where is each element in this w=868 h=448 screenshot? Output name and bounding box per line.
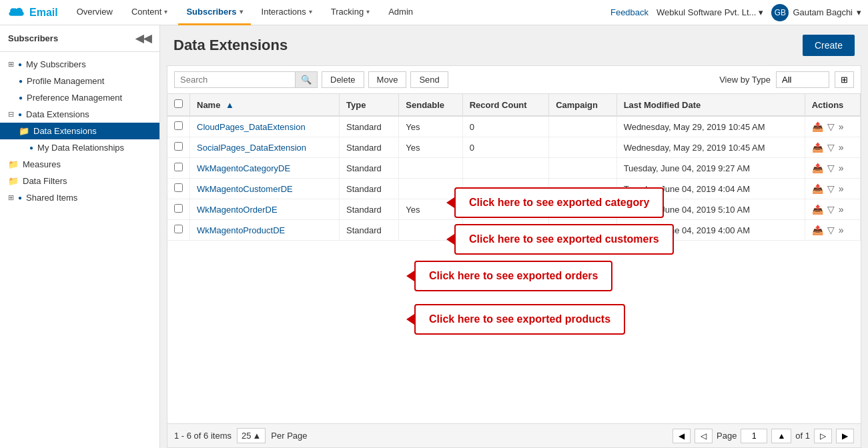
action-more-icon[interactable]: » [839, 204, 844, 215]
row-type: Standard [340, 116, 399, 137]
sidebar-item-preference-management[interactable]: ● Preference Management [0, 89, 159, 106]
app-name: Email [29, 7, 58, 19]
per-page-label: Per Page [271, 431, 307, 441]
sidebar-item-my-subscribers[interactable]: ⊞ ● My Subscribers [0, 56, 159, 73]
user-name: Gautam Bagchi [793, 7, 853, 17]
per-page-chevron-icon: ▲ [252, 431, 261, 441]
sidebar-item-data-filters[interactable]: 📁 Data Filters [0, 173, 159, 189]
action-filter-icon[interactable]: ▽ [827, 121, 835, 132]
tooltip-products: Click here to see exported products [414, 304, 625, 335]
sidebar-item-shared-items[interactable]: ⊞ ● Shared Items [0, 189, 159, 206]
search-wrap: 🔍 [174, 71, 318, 88]
page-number-input[interactable] [741, 429, 767, 443]
tooltip-category: Click here to see exported category [454, 187, 664, 218]
page-up-button[interactable]: ▲ [771, 429, 791, 443]
avatar-initials: GB [775, 8, 786, 17]
page-title: Data Extensions [173, 37, 288, 54]
tooltip-orders: Click here to see exported orders [414, 261, 612, 291]
row-campaign [549, 116, 616, 137]
action-export-icon[interactable]: 📤 [812, 225, 823, 235]
sidebar-item-profile-management[interactable]: ● Profile Management [0, 73, 159, 89]
row-checkbox[interactable] [174, 121, 183, 130]
table-row: CloudPages_DataExtension Standard Yes 0 … [167, 116, 861, 137]
bullet-icon: ● [18, 61, 22, 68]
row-name-link[interactable]: WkMagentoCategoryDE [197, 163, 290, 173]
send-button[interactable]: Send [410, 71, 448, 88]
action-export-icon[interactable]: 📤 [812, 204, 823, 215]
table-row: WkMagentoCategoryDE Standard Tuesday, Ju… [167, 158, 861, 179]
org-selector[interactable]: Webkul Software Pvt. Lt... ▾ [657, 7, 763, 17]
prev-page-button[interactable]: ◀ [673, 429, 691, 443]
sidebar-collapse-button[interactable]: ◀◀ [135, 32, 151, 45]
action-more-icon[interactable]: » [839, 163, 844, 173]
action-filter-icon[interactable]: ▽ [827, 142, 835, 153]
row-checkbox[interactable] [174, 204, 183, 213]
nav-tracking[interactable]: Tracking ▾ [323, 0, 378, 25]
nav-overview[interactable]: Overview [69, 0, 121, 25]
data-table: Name ▲ Type Sendable Record Count Campai… [167, 94, 861, 241]
row-checkbox[interactable] [174, 142, 183, 151]
action-more-icon[interactable]: » [839, 183, 844, 194]
create-button[interactable]: Create [803, 35, 855, 56]
row-name-link[interactable]: CloudPages_DataExtension [197, 122, 306, 132]
subscribers-chevron-icon: ▾ [240, 8, 243, 15]
row-name-link[interactable]: WkMagentoOrderDE [197, 205, 278, 215]
row-actions: 📤 ▽ » [812, 121, 853, 132]
action-more-icon[interactable]: » [839, 225, 844, 235]
col-campaign: Campaign [549, 94, 616, 116]
sidebar-item-my-data-relationships[interactable]: ● My Data Relationships [0, 139, 159, 156]
delete-button[interactable]: Delete [322, 71, 364, 88]
search-input[interactable] [175, 72, 295, 87]
user-menu[interactable]: GB Gautam Bagchi ▾ [771, 4, 861, 21]
tracking-chevron-icon: ▾ [366, 8, 370, 15]
select-all-checkbox[interactable] [174, 99, 183, 108]
nav-content[interactable]: Content ▾ [123, 0, 176, 25]
sidebar-item-data-extensions[interactable]: 📁 Data Extensions [0, 123, 159, 139]
nav-admin[interactable]: Admin [380, 0, 421, 25]
col-name: Name ▲ [190, 94, 340, 116]
per-page-select[interactable]: 25 ▲ [237, 428, 266, 443]
prev-page-button2[interactable]: ◁ [695, 429, 713, 443]
row-last-modified: Tuesday, June 04, 2019 9:27 AM [616, 158, 805, 179]
row-actions: 📤 ▽ » [812, 204, 853, 215]
search-button[interactable]: 🔍 [295, 72, 317, 87]
nav-subscribers[interactable]: Subscribers ▾ [178, 0, 250, 25]
feedback-link[interactable]: Feedback [610, 7, 648, 17]
row-checkbox[interactable] [174, 183, 183, 192]
view-columns-button[interactable]: ⊞ [835, 71, 854, 88]
nav-interactions[interactable]: Interactions ▾ [254, 0, 320, 25]
bullet-icon: ● [19, 77, 23, 85]
row-campaign [549, 137, 616, 158]
view-by-label: View by Type [719, 75, 771, 85]
action-filter-icon[interactable]: ▽ [827, 204, 835, 215]
row-name-link[interactable]: WkMagentoProductDE [197, 225, 285, 235]
action-export-icon[interactable]: 📤 [812, 163, 823, 173]
main-layout: Subscribers ◀◀ ⊞ ● My Subscribers ● Prof… [0, 25, 868, 448]
row-name-link[interactable]: WkMagentoCustomerDE [197, 184, 293, 194]
action-filter-icon[interactable]: ▽ [827, 225, 835, 235]
row-name-link[interactable]: SocialPages_DataExtension [197, 143, 306, 153]
next-page-button[interactable]: ▷ [814, 429, 832, 443]
user-chevron-icon: ▾ [857, 7, 861, 17]
next-page-button2[interactable]: ▶ [836, 429, 854, 443]
sidebar-item-data-extensions-group[interactable]: ⊟ ● Data Extensions [0, 106, 159, 123]
tooltip-arrow-icon [406, 314, 414, 325]
col-type: Type [340, 94, 399, 116]
row-checkbox[interactable] [174, 163, 183, 171]
sidebar-item-measures[interactable]: 📁 Measures [0, 156, 159, 173]
action-filter-icon[interactable]: ▽ [827, 163, 835, 173]
row-sendable: Yes [399, 137, 462, 158]
action-more-icon[interactable]: » [839, 121, 844, 132]
sidebar-header: Subscribers ◀◀ [0, 25, 159, 52]
row-checkbox[interactable] [174, 225, 183, 233]
action-filter-icon[interactable]: ▽ [827, 183, 835, 194]
row-record-count: 0 [462, 116, 548, 137]
row-type: Standard [340, 199, 399, 220]
action-export-icon[interactable]: 📤 [812, 121, 823, 132]
action-more-icon[interactable]: » [839, 142, 844, 153]
row-type: Standard [340, 137, 399, 158]
view-by-select[interactable]: All [776, 71, 829, 88]
move-button[interactable]: Move [368, 71, 407, 88]
action-export-icon[interactable]: 📤 [812, 142, 823, 153]
action-export-icon[interactable]: 📤 [812, 183, 823, 194]
